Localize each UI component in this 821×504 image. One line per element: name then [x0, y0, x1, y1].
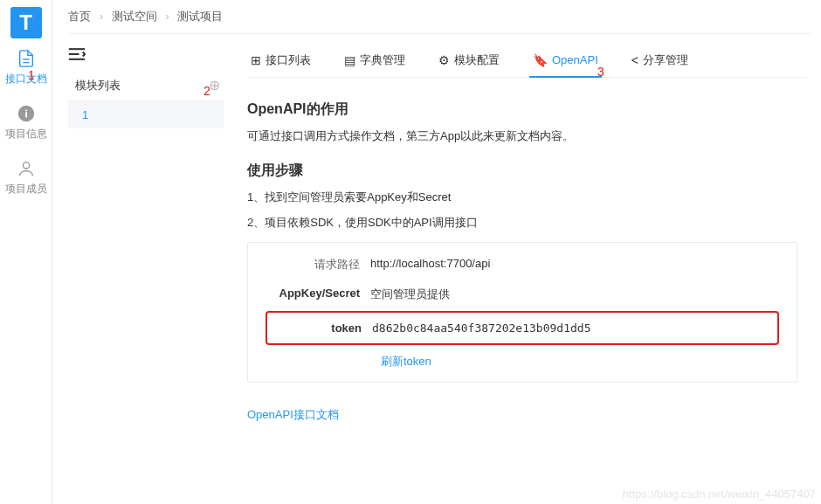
- module-panel: 模块列表 ⊕ 1: [68, 72, 224, 128]
- breadcrumb-home[interactable]: 首页: [68, 10, 91, 23]
- info-icon: [17, 104, 36, 123]
- breadcrumb-project[interactable]: 测试项目: [177, 10, 223, 23]
- tab-label: 模块配置: [454, 52, 500, 68]
- token-box: token d862b0c84aa540f387202e13b09d1dd5: [266, 311, 779, 345]
- tab-label: OpenAPI: [552, 53, 598, 66]
- module-header: 模块列表 ⊕: [68, 72, 224, 101]
- openapi-description: 可通过接口调用方式操作文档，第三方App以此来更新文档内容。: [247, 128, 797, 146]
- nav-project-members[interactable]: 项目成员: [0, 148, 52, 204]
- nav-api-doc[interactable]: 接口文档: [0, 38, 52, 93]
- tab-label: 分享管理: [643, 52, 688, 68]
- tab-label: 接口列表: [266, 52, 311, 68]
- module-list-title: 模块列表: [75, 78, 121, 93]
- nav-label: 项目信息: [5, 127, 47, 142]
- tab-openapi[interactable]: 🔖 OpenAPI: [529, 47, 602, 78]
- path-value: http://localhost:7700/api: [370, 257, 490, 270]
- appkey-value: 空间管理员提供: [370, 287, 450, 302]
- app-logo[interactable]: T: [10, 7, 42, 38]
- token-value: d862b0c84aa540f387202e13b09d1dd5: [372, 321, 590, 335]
- nav-label: 项目成员: [5, 182, 47, 197]
- user-icon: [17, 159, 36, 178]
- info-row-appkey: AppKey/Secret 空间管理员提供: [266, 287, 779, 302]
- breadcrumb-space[interactable]: 测试空间: [112, 10, 157, 23]
- chevron-right-icon: ›: [100, 10, 103, 23]
- content: OpenAPI的作用 可通过接口调用方式操作文档，第三方App以此来更新文档内容…: [247, 100, 797, 423]
- divider: [68, 33, 811, 34]
- token-label: token: [267, 321, 372, 335]
- gear-icon: ⚙: [438, 53, 450, 67]
- openapi-doc-link[interactable]: OpenAPI接口文档: [247, 407, 339, 423]
- toc-icon[interactable]: [68, 47, 86, 61]
- list-icon: ▤: [344, 53, 355, 67]
- refresh-token-link[interactable]: 刷新token: [381, 354, 779, 369]
- tab-dict[interactable]: ▤ 字典管理: [341, 47, 409, 77]
- breadcrumb: 首页 › 测试空间 › 测试项目: [68, 9, 223, 24]
- info-row-path: 请求路径 http://localhost:7700/api: [266, 257, 779, 273]
- appkey-label: AppKey/Secret: [266, 287, 370, 300]
- file-icon: [17, 49, 36, 68]
- share-icon: <: [631, 53, 638, 67]
- heading-openapi-purpose: OpenAPI的作用: [247, 100, 797, 119]
- tab-label: 字典管理: [360, 52, 405, 68]
- tab-module-config[interactable]: ⚙ 模块配置: [435, 47, 503, 77]
- heading-steps: 使用步骤: [247, 162, 797, 180]
- sidebar: T 接口文档 项目信息 项目成员: [0, 0, 52, 504]
- tab-share[interactable]: < 分享管理: [628, 47, 692, 77]
- module-list-item[interactable]: 1: [68, 101, 224, 128]
- tab-api-list[interactable]: ⊞ 接口列表: [247, 47, 314, 77]
- path-label: 请求路径: [266, 257, 370, 273]
- svg-point-3: [23, 162, 29, 169]
- grid-icon: ⊞: [251, 53, 261, 67]
- nav-label: 接口文档: [5, 72, 47, 86]
- tabs: ⊞ 接口列表 ▤ 字典管理 ⚙ 模块配置 🔖 OpenAPI < 分享管理: [247, 47, 806, 78]
- chevron-right-icon: ›: [165, 10, 169, 23]
- nav-project-info[interactable]: 项目信息: [0, 93, 52, 148]
- step-2: 2、项目依赖SDK，使用SDK中的API调用接口: [247, 214, 797, 232]
- bookmark-icon: 🔖: [533, 53, 548, 67]
- watermark: https://blog.csdn.net/weixin_44057407: [623, 487, 816, 501]
- step-1: 1、找到空间管理员索要AppKey和Secret: [247, 189, 797, 207]
- add-module-icon[interactable]: ⊕: [209, 77, 220, 93]
- info-box: 请求路径 http://localhost:7700/api AppKey/Se…: [247, 242, 797, 383]
